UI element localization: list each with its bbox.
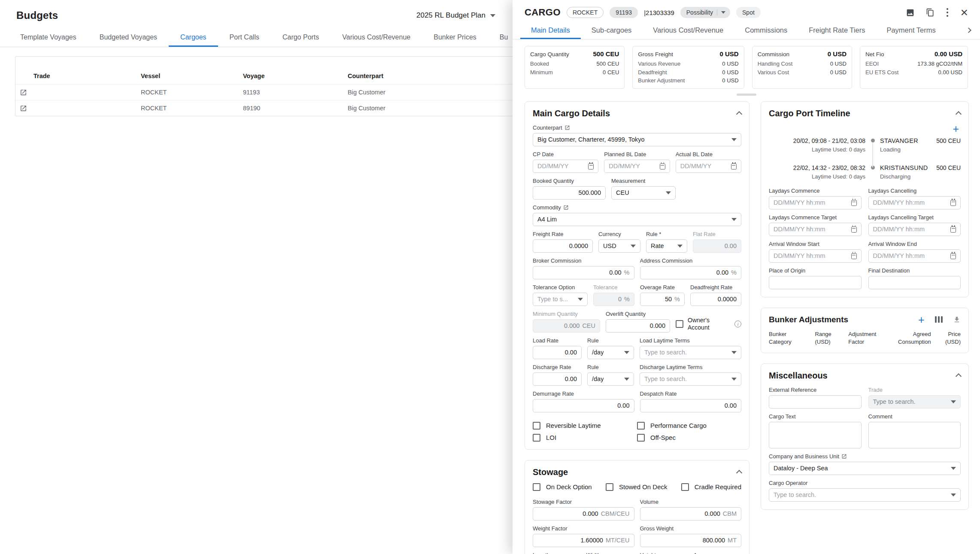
tab-main-details[interactable]: Main Details	[520, 21, 581, 39]
tab-commissions[interactable]: Commissions	[734, 21, 798, 39]
calendar-icon[interactable]	[851, 253, 857, 259]
calendar-icon[interactable]	[851, 200, 857, 206]
load-rate-input[interactable]: 0.00	[533, 346, 582, 359]
tab-template-voyages[interactable]: Template Voyages	[9, 27, 88, 47]
discharge-laytime-terms-select[interactable]: Type to search.	[640, 372, 741, 386]
performance-cargo-checkbox[interactable]: Performance Cargo	[637, 422, 741, 430]
tab-port-calls[interactable]: Port Calls	[218, 27, 271, 47]
stowed-on-deck-checkbox[interactable]: Stowed On Deck	[606, 483, 667, 491]
demurrage-rate-input[interactable]: 0.00	[533, 399, 634, 412]
off-spec-checkbox[interactable]: Off-Spec	[637, 434, 741, 442]
checkbox-icon[interactable]	[681, 483, 689, 491]
freight-rate-input[interactable]: 0.0000	[533, 239, 593, 253]
tab-bunker-prices[interactable]: Bunker Prices	[422, 27, 488, 47]
counterpart-select[interactable]: Big Customer, Charterer, 45999, Tokyo	[533, 133, 741, 146]
checkbox-icon[interactable]	[637, 422, 645, 430]
laydays-cancelling-input[interactable]: DD/MM/YY hh:mm	[868, 196, 961, 209]
calendar-icon[interactable]	[950, 253, 956, 259]
rule-select[interactable]: Rate	[646, 239, 687, 253]
actual-bl-date-input[interactable]: DD/MM/YY	[676, 160, 741, 173]
image-button[interactable]	[906, 8, 915, 17]
gross-weight-input[interactable]: 800.000 MT	[640, 534, 742, 547]
add-port-call-button[interactable]: +	[953, 124, 959, 133]
tolerance-option-select[interactable]: Type to s...	[533, 293, 588, 306]
currency-select[interactable]: USD	[598, 239, 640, 253]
arrival-window-start-input[interactable]: DD/MM/YY hh:mm	[769, 249, 862, 263]
measurement-select[interactable]: CEU	[611, 186, 676, 200]
reversible-laytime-checkbox[interactable]: Reversible Laytime	[533, 422, 637, 430]
timeline-entry-loading[interactable]: 20/02, 09:08 - 21/02, 03:08 Laytime Used…	[769, 137, 961, 164]
budget-plan-selector[interactable]: 2025 RL Budget Plan	[416, 11, 495, 20]
close-icon[interactable]: ×	[960, 8, 968, 17]
calendar-icon[interactable]	[950, 200, 956, 206]
laydays-commence-target-input[interactable]: DD/MM/YY hh:mm	[769, 223, 862, 236]
open-in-new-icon[interactable]	[564, 125, 570, 130]
comment-textarea[interactable]	[868, 422, 961, 448]
booked-quantity-input[interactable]: 500.000	[533, 186, 606, 200]
calendar-icon[interactable]	[588, 163, 594, 170]
tab-budgeted-voyages[interactable]: Budgeted Voyages	[88, 27, 169, 47]
tab-freight-rate-tiers[interactable]: Freight Rate Tiers	[798, 21, 876, 39]
place-of-origin-input[interactable]	[769, 276, 862, 289]
tabs-scroll-right-button[interactable]	[964, 26, 973, 35]
calendar-icon[interactable]	[851, 227, 857, 233]
overlift-quantity-input[interactable]: 0.000	[606, 319, 670, 333]
tab-various-cost-revenue[interactable]: Various Cost/Revenue	[331, 27, 422, 47]
deadfreight-rate-input[interactable]: 0.0000	[690, 293, 741, 306]
despatch-rate-input[interactable]: 0.00	[640, 399, 742, 412]
collapse-section-button chevron-up-icon[interactable]	[956, 111, 962, 117]
cargo-text-textarea[interactable]	[769, 422, 862, 448]
info-icon[interactable]: i	[734, 321, 741, 327]
tab-cargo-ports[interactable]: Cargo Ports	[271, 27, 331, 47]
commodity-select[interactable]: A4 Lim	[533, 213, 741, 226]
company-business-unit-select[interactable]: Dataloy - Deep Sea	[769, 462, 961, 475]
column-settings-button view-columns-icon[interactable]	[935, 316, 943, 323]
calendar-icon[interactable]	[660, 163, 665, 170]
volume-input[interactable]: 0.000 CBM	[640, 507, 742, 521]
broker-commission-input[interactable]: 0.00 %	[533, 266, 634, 279]
on-deck-option-checkbox[interactable]: On Deck Option	[533, 483, 592, 491]
open-in-new-icon[interactable]	[563, 205, 569, 210]
checkbox-icon[interactable]	[606, 483, 613, 491]
address-commission-input[interactable]: 0.00 %	[640, 266, 742, 279]
cp-date-input[interactable]: DD/MM/YY	[533, 160, 598, 173]
download-button[interactable]	[953, 316, 961, 324]
stowage-factor-input[interactable]: 0.000 CBM/CEU	[533, 507, 634, 521]
open-in-new-icon[interactable]	[841, 454, 847, 459]
final-destination-input[interactable]	[868, 276, 961, 289]
weight-factor-input[interactable]: 1.60000 MT/CEU	[533, 534, 634, 547]
discharge-rate-input[interactable]: 0.00	[533, 372, 582, 386]
tab-cargoes[interactable]: Cargoes	[169, 27, 218, 47]
laydays-commence-input[interactable]: DD/MM/YY hh:mm	[769, 196, 862, 209]
open-cargo-button[interactable]	[15, 89, 31, 96]
discharge-rule-select[interactable]: /day	[587, 372, 634, 386]
arrival-window-end-input[interactable]: DD/MM/YY hh:mm	[868, 249, 961, 263]
loi-checkbox[interactable]: LOI	[533, 434, 637, 442]
checkbox-icon[interactable]	[533, 434, 540, 442]
checkbox-icon[interactable]	[533, 483, 540, 491]
collapse-section-button chevron-up-icon[interactable]	[736, 111, 742, 117]
calendar-icon[interactable]	[950, 227, 956, 233]
add-bunker-adjustment-button[interactable]: +	[918, 315, 925, 324]
tab-payment-terms[interactable]: Payment Terms	[876, 21, 946, 39]
checkbox-icon[interactable]	[533, 422, 540, 430]
owners-account-checkbox[interactable]: Owner's Account i	[676, 317, 741, 332]
more-options-button[interactable]	[946, 7, 950, 18]
copy-button[interactable]	[926, 8, 934, 17]
collapse-section-button chevron-up-icon[interactable]	[736, 470, 742, 476]
tab-various-cost-revenue[interactable]: Various Cost/Revenue	[642, 21, 734, 39]
timeline-entry-discharging[interactable]: 22/02, 14:32 - 23/02, 08:32 Laytime Used…	[769, 164, 961, 186]
tab-sub-cargoes[interactable]: Sub-cargoes	[581, 21, 643, 39]
laydays-cancelling-target-input[interactable]: DD/MM/YY hh:mm	[868, 223, 961, 236]
calendar-icon[interactable]	[731, 163, 737, 170]
checkbox-icon[interactable]	[637, 434, 645, 442]
checkbox-icon[interactable]	[676, 320, 683, 328]
load-laytime-terms-select[interactable]: Type to search.	[640, 346, 741, 359]
drag-handle[interactable]	[737, 94, 756, 96]
load-rule-select[interactable]: /day	[587, 346, 634, 359]
overage-rate-input[interactable]: 50 %	[640, 293, 685, 306]
collapse-section-button chevron-up-icon[interactable]	[956, 373, 962, 379]
cargo-operator-select[interactable]: Type to search.	[769, 488, 961, 502]
planned-bl-date-input[interactable]: DD/MM/YY	[604, 160, 670, 173]
open-cargo-button[interactable]	[15, 105, 31, 112]
